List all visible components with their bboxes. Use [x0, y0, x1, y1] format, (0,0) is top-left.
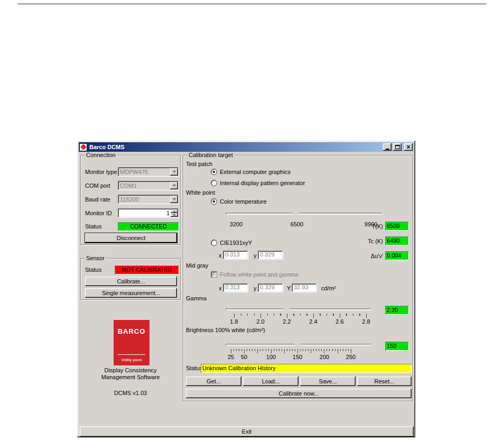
brightness-slider-thumb[interactable]	[294, 338, 300, 349]
monitor-type-label: Monitor type	[85, 169, 117, 175]
white-point-label: White point	[186, 189, 215, 196]
mid-gray-label: Mid gray	[186, 262, 208, 269]
radio-cie1931-label: CIE1931xyY	[220, 240, 252, 246]
gamma-slider-track[interactable]	[226, 308, 371, 310]
page-top-rule	[17, 4, 487, 4]
radio-cie1931[interactable]	[211, 240, 217, 246]
gamma-ticks	[234, 314, 367, 318]
monitor-type-value: MDPW476	[120, 168, 170, 176]
brightness-tick-label: 100	[266, 354, 276, 360]
client-area: Connection Monitor type MDPW476 COM port…	[79, 152, 414, 436]
gamma-tick-label: 2.6	[335, 318, 343, 325]
radio-color-temperature-label: Color temperature	[220, 198, 267, 205]
close-icon: ×	[406, 144, 410, 150]
spin-down-button[interactable]	[171, 213, 178, 217]
sensor-status-label: Status	[85, 267, 101, 273]
cie-x-label: x	[219, 252, 222, 259]
radio-color-temperature[interactable]	[211, 198, 217, 205]
com-port-select[interactable]: COM1	[118, 181, 179, 190]
monitor-id-value: 1	[119, 209, 170, 217]
white-point-slider-thumb[interactable]	[293, 207, 298, 217]
mid-gray-unit-label: cd/m²	[321, 285, 336, 291]
baud-rate-dropdown-button[interactable]	[170, 196, 178, 203]
calibrate-now-button[interactable]: Calibrate now...	[186, 389, 412, 398]
reset-button[interactable]: Reset...	[357, 377, 412, 386]
app-window: Barco DCMS × Connection Monitor type MDP…	[77, 141, 415, 437]
mid-gray-luminance-field[interactable]: 32.93	[292, 283, 317, 292]
tck-label: Tc (K)	[351, 238, 383, 244]
chevron-down-icon	[173, 185, 176, 187]
cie-y-field[interactable]: 0.329	[258, 251, 283, 260]
spin-up-button[interactable]	[171, 209, 178, 213]
sensor-status-badge: NOT CALIBRATED	[115, 265, 179, 274]
sensor-group-title: Sensor	[85, 255, 106, 261]
close-button[interactable]: ×	[404, 143, 413, 151]
logo-divider	[118, 354, 145, 355]
minimize-button[interactable]	[383, 143, 391, 151]
monitor-id-label: Monitor ID	[85, 210, 112, 216]
com-port-value: COM1	[120, 182, 170, 189]
com-port-label: COM port	[85, 182, 110, 189]
scale-label-mid: 6500	[291, 221, 303, 227]
connection-status-label: Status	[85, 223, 101, 230]
duv-value: 0.004	[385, 251, 409, 260]
tk-label: T(K)	[351, 223, 383, 230]
maximize-icon	[395, 145, 400, 149]
single-measurement-button[interactable]: Single measurement...	[85, 288, 177, 298]
duv-label: Δu'v'	[351, 253, 383, 259]
window-title: Barco DCMS	[89, 144, 381, 150]
gamma-slider-thumb[interactable]	[284, 303, 290, 313]
cie-x-field[interactable]: 0.313	[223, 251, 248, 260]
app-icon	[80, 144, 87, 151]
barco-logo: BARCO Visibly yours	[114, 320, 150, 365]
exit-button[interactable]: Exit	[80, 426, 414, 437]
connection-status-badge: CONNECTED	[118, 222, 179, 231]
connection-group-title: Connection	[85, 152, 117, 158]
mid-gray-y-label: y	[254, 285, 257, 291]
monitor-id-input[interactable]: 1	[118, 208, 179, 218]
chevron-down-icon	[173, 214, 176, 216]
radio-external-graphics[interactable]	[211, 169, 217, 175]
brightness-label: Brightness 100% white (cd/m²)	[186, 327, 265, 333]
mid-gray-Y-label: Y	[287, 285, 291, 291]
gamma-tick-label: 2.8	[362, 318, 370, 325]
calibration-status-bar: Unknown Calibration History	[201, 364, 412, 373]
minimize-icon	[386, 149, 389, 150]
load-button[interactable]: Load...	[243, 377, 298, 386]
brightness-tick-label: 200	[320, 354, 329, 360]
white-point-slider-track[interactable]	[226, 213, 382, 215]
radio-internal-pattern[interactable]	[211, 180, 217, 186]
gamma-value: 2.20	[385, 306, 409, 315]
baud-rate-value: 115200	[120, 196, 170, 203]
gamma-label: Gamma	[186, 295, 207, 301]
brightness-slider[interactable]: 25 50 100 150 200 250	[226, 338, 371, 362]
gamma-tick-label: 1.8	[230, 318, 238, 325]
baud-rate-select[interactable]: 115200	[118, 195, 179, 204]
brightness-ticks	[231, 349, 353, 353]
brightness-value: 150	[385, 342, 409, 351]
logo-text: BARCO	[114, 327, 150, 335]
monitor-type-select[interactable]: MDPW476	[118, 167, 179, 177]
barco-diamond-icon	[80, 144, 86, 150]
maximize-button[interactable]	[393, 143, 402, 151]
gamma-slider[interactable]: 1.8 2.0 2.2 2.4 2.6 2.8	[226, 303, 371, 326]
calibrate-button[interactable]: Calibrate...	[85, 277, 177, 286]
radio-external-graphics-label: External computer graphics	[220, 169, 291, 175]
mid-gray-x-field[interactable]: 0.313	[223, 283, 248, 292]
gamma-tick-label: 2.4	[309, 318, 317, 325]
follow-white-point-checkbox[interactable]: ✓	[211, 271, 217, 278]
get-button[interactable]: Get...	[186, 377, 241, 386]
mid-gray-x-label: x	[219, 285, 222, 291]
com-port-dropdown-button[interactable]	[170, 182, 178, 189]
chevron-up-icon	[173, 210, 176, 213]
monitor-type-dropdown-button[interactable]	[170, 168, 178, 176]
tk-value: 6500	[385, 222, 409, 231]
baud-rate-label: Baud rate	[85, 196, 110, 203]
save-button[interactable]: Save...	[300, 377, 356, 386]
brightness-tick-label: 50	[241, 354, 247, 360]
disconnect-button[interactable]: Disconnect	[85, 233, 177, 243]
mid-gray-y-field[interactable]: 0.329	[258, 283, 283, 292]
titlebar[interactable]: Barco DCMS ×	[79, 142, 414, 152]
check-icon: ✓	[211, 271, 216, 277]
version-label: DCMS v1.03	[80, 390, 181, 396]
